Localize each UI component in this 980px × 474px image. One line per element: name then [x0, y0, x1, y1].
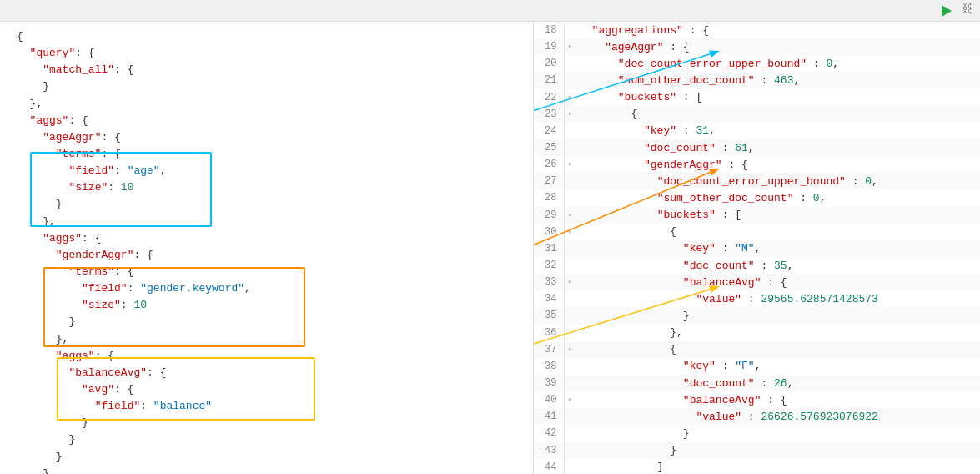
left-panel: { "query": { "match_all": { } }, "aggs":… — [0, 22, 534, 474]
main-content: { "query": { "match_all": { } }, "aggs":… — [0, 22, 980, 474]
line-content: "balanceAvg" : { — [575, 391, 980, 408]
line-number: 32 — [534, 257, 564, 274]
line-content: "doc_count_error_upper_bound" : 0, — [575, 55, 980, 72]
table-row: 34 "value" : 29565.628571428573 — [534, 290, 980, 307]
line-number: 24 — [534, 123, 564, 139]
table-row: 32 "doc_count" : 35, — [534, 257, 980, 274]
line-content: "aggregations" : { — [575, 22, 980, 38]
table-row: 38 "key" : "F", — [534, 358, 980, 375]
fold-icon — [564, 290, 575, 307]
fold-icon — [564, 459, 575, 474]
line-content: { — [575, 106, 980, 123]
line-number: 29 — [534, 207, 564, 224]
table-row: 44 ] — [534, 459, 980, 474]
line-content: "sum_other_doc_count" : 0, — [575, 189, 980, 206]
line-number: 38 — [534, 358, 564, 375]
fold-icon[interactable]: ▾ — [564, 274, 575, 290]
fold-icon — [564, 375, 575, 391]
fold-icon[interactable]: ▾ — [564, 156, 575, 173]
line-content: "key" : "M", — [575, 240, 980, 257]
response-code-table: 18 "aggregations" : { 19 ▾ "ageAggr" : {… — [534, 22, 980, 474]
fold-icon[interactable]: ▾ — [564, 207, 575, 224]
link-icon[interactable]: ⛓ — [962, 3, 973, 19]
line-number: 44 — [534, 459, 564, 474]
fold-icon — [564, 325, 575, 341]
fold-icon — [564, 408, 575, 425]
line-content: "genderAggr" : { — [575, 156, 980, 173]
line-number: 31 — [534, 240, 564, 257]
left-code: { "query": { "match_all": { } }, "aggs":… — [0, 25, 533, 474]
line-content: ] — [575, 459, 980, 474]
fold-icon — [564, 139, 575, 156]
table-row: 31 "key" : "M", — [534, 240, 980, 257]
fold-icon[interactable]: ▾ — [564, 38, 575, 55]
line-content: { — [575, 341, 980, 358]
fold-icon[interactable]: ▾ — [564, 89, 575, 106]
table-row: 40 ▾ "balanceAvg" : { — [534, 391, 980, 408]
table-row: 19 ▾ "ageAggr" : { — [534, 38, 980, 55]
table-row: 24 "key" : 31, — [534, 123, 980, 139]
fold-icon — [564, 123, 575, 139]
line-content: "key" : "F", — [575, 358, 980, 375]
line-number: 26 — [534, 156, 564, 173]
table-row: 37 ▾ { — [534, 341, 980, 358]
fold-icon[interactable]: ▾ — [564, 224, 575, 240]
fold-icon — [564, 358, 575, 375]
fold-icon[interactable]: ▾ — [564, 391, 575, 408]
line-number: 35 — [534, 307, 564, 324]
line-content: "value" : 26626.576923076922 — [575, 408, 980, 425]
play-icon — [942, 5, 952, 17]
fold-icon — [564, 72, 575, 88]
line-content: } — [575, 425, 980, 441]
fold-icon[interactable]: ▾ — [564, 341, 575, 358]
table-row: 33 ▾ "balanceAvg" : { — [534, 274, 980, 290]
fold-icon — [564, 173, 575, 189]
line-number: 42 — [534, 425, 564, 441]
fold-icon[interactable]: ▾ — [564, 106, 575, 123]
table-row: 23 ▾ { — [534, 106, 980, 123]
line-content: "doc_count_error_upper_bound" : 0, — [575, 173, 980, 189]
line-content: "value" : 29565.628571428573 — [575, 290, 980, 307]
run-button[interactable] — [938, 3, 955, 19]
fold-icon — [564, 55, 575, 72]
table-row: 43 } — [534, 442, 980, 459]
fold-icon — [564, 189, 575, 206]
header-actions: ⛓ — [938, 3, 973, 19]
table-row: 26 ▾ "genderAggr" : { — [534, 156, 980, 173]
line-content: "buckets" : [ — [575, 207, 980, 224]
table-row: 25 "doc_count" : 61, — [534, 139, 980, 156]
header-bar: ⛓ — [0, 0, 980, 22]
fold-icon — [564, 22, 575, 38]
line-content: } — [575, 307, 980, 324]
line-number: 18 — [534, 22, 564, 38]
table-row: 28 "sum_other_doc_count" : 0, — [534, 189, 980, 206]
line-number: 36 — [534, 325, 564, 341]
table-row: 35 } — [534, 307, 980, 324]
line-number: 20 — [534, 55, 564, 72]
table-row: 27 "doc_count_error_upper_bound" : 0, — [534, 173, 980, 189]
line-content: "key" : 31, — [575, 123, 980, 139]
line-content: { — [575, 224, 980, 240]
line-content: "doc_count" : 35, — [575, 257, 980, 274]
line-content: } — [575, 442, 980, 459]
line-number: 23 — [534, 106, 564, 123]
line-number: 41 — [534, 408, 564, 425]
line-number: 28 — [534, 189, 564, 206]
line-number: 43 — [534, 442, 564, 459]
line-content: }, — [575, 325, 980, 341]
line-number: 37 — [534, 341, 564, 358]
line-number: 33 — [534, 274, 564, 290]
line-number: 22 — [534, 89, 564, 106]
line-number: 25 — [534, 139, 564, 156]
line-content: "doc_count" : 26, — [575, 375, 980, 391]
line-number: 30 — [534, 224, 564, 240]
table-row: 41 "value" : 26626.576923076922 — [534, 408, 980, 425]
table-row: 20 "doc_count_error_upper_bound" : 0, — [534, 55, 980, 72]
table-row: 22 ▾ "buckets" : [ — [534, 89, 980, 106]
table-row: 42 } — [534, 425, 980, 441]
line-number: 21 — [534, 72, 564, 88]
table-row: 30 ▾ { — [534, 224, 980, 240]
line-content: "sum_other_doc_count" : 463, — [575, 72, 980, 88]
fold-icon — [564, 307, 575, 324]
table-row: 29 ▾ "buckets" : [ — [534, 207, 980, 224]
